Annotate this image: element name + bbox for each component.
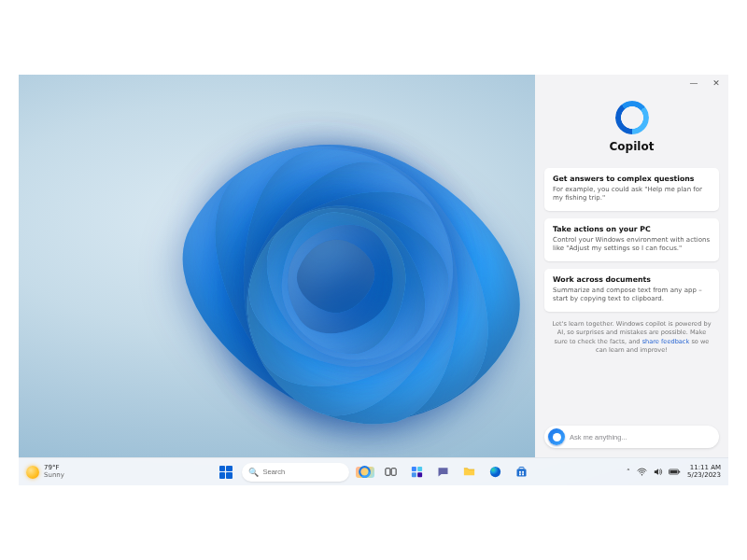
chat-icon (436, 465, 450, 479)
card-title: Get answers to complex questions (553, 175, 711, 183)
volume-icon[interactable] (653, 467, 663, 477)
svg-rect-13 (519, 473, 521, 475)
task-view-icon (384, 465, 398, 479)
windows-bloom-artwork (79, 75, 598, 485)
weather-widget[interactable]: 79°F Sunny (26, 465, 64, 479)
card-title: Work across documents (553, 275, 711, 284)
search-icon: 🔍 (248, 468, 259, 477)
svg-rect-10 (519, 468, 524, 470)
ask-anything-field[interactable] (570, 433, 713, 441)
sun-icon (26, 466, 39, 479)
svg-rect-18 (670, 470, 678, 473)
windows-logo-icon (219, 466, 233, 479)
tray-overflow-button[interactable]: ˄ (627, 468, 630, 477)
battery-icon[interactable] (669, 467, 681, 477)
taskbar-search[interactable]: 🔍 (242, 463, 349, 482)
svg-point-15 (641, 474, 642, 475)
store-button[interactable] (512, 462, 532, 483)
chat-button[interactable] (433, 462, 454, 483)
weather-condition: Sunny (44, 472, 64, 480)
svg-rect-9 (517, 469, 527, 476)
copilot-icon (358, 465, 372, 479)
edge-icon (488, 465, 502, 479)
card-body: Control your Windows environment with ac… (553, 236, 711, 254)
card-body: For example, you could ask "Help me plan… (553, 186, 711, 203)
close-button[interactable]: ✕ (710, 77, 723, 90)
svg-rect-2 (386, 469, 390, 476)
copilot-titlebar: — ✕ (535, 75, 728, 91)
svg-point-8 (490, 467, 500, 477)
svg-rect-11 (519, 471, 521, 473)
card-body: Summarize and compose text from any app … (553, 287, 711, 304)
clock[interactable]: 11:11 AM 5/23/2023 (687, 465, 721, 479)
folder-icon (462, 465, 476, 479)
task-view-button[interactable] (381, 462, 402, 483)
svg-rect-7 (417, 472, 422, 477)
svg-rect-14 (522, 473, 524, 475)
edge-button[interactable] (486, 462, 506, 483)
start-button[interactable] (216, 462, 236, 483)
minimize-button[interactable]: — (687, 77, 700, 90)
copilot-input[interactable] (544, 426, 719, 448)
voice-input-icon[interactable] (548, 428, 565, 445)
taskbar: 79°F Sunny 🔍 (19, 457, 728, 485)
store-icon (514, 465, 529, 479)
copilot-disclaimer: Let's learn together. Windows copilot is… (535, 312, 728, 356)
card-title: Take actions on your PC (553, 225, 711, 233)
copilot-suggestion-card[interactable]: Get answers to complex questions For exa… (544, 168, 719, 211)
widgets-button[interactable] (407, 462, 428, 483)
copilot-suggestion-card[interactable]: Take actions on your PC Control your Win… (544, 218, 719, 261)
taskbar-search-input[interactable] (263, 468, 351, 476)
clock-date: 5/23/2023 (687, 472, 721, 480)
copilot-panel: — ✕ Copilot Get answers to complex quest… (535, 75, 728, 457)
wifi-icon[interactable] (637, 467, 647, 477)
widgets-icon (410, 465, 424, 479)
share-feedback-link[interactable]: share feedback (642, 338, 690, 345)
file-explorer-button[interactable] (459, 462, 480, 483)
svg-rect-5 (417, 467, 422, 471)
svg-rect-4 (412, 467, 416, 471)
copilot-taskbar-button[interactable] (355, 462, 375, 483)
svg-rect-3 (391, 469, 396, 476)
copilot-title: Copilot (610, 140, 655, 153)
svg-rect-17 (679, 471, 680, 473)
copilot-logo-icon (615, 101, 649, 134)
svg-rect-12 (522, 471, 524, 473)
svg-rect-6 (412, 472, 416, 477)
copilot-suggestion-card[interactable]: Work across documents Summarize and comp… (544, 269, 719, 312)
